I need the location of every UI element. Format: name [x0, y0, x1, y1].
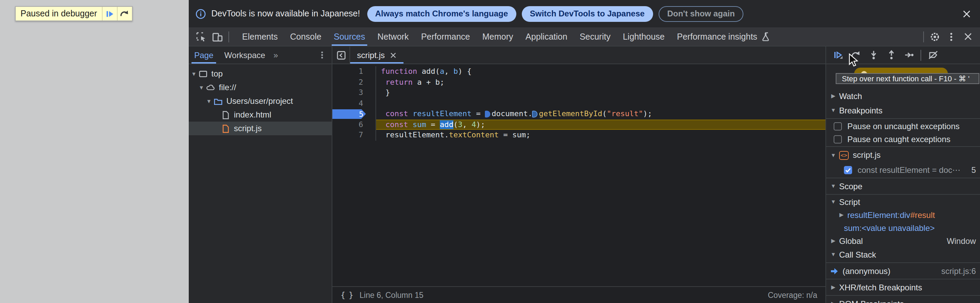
section-breakpoints[interactable]: ▼ Breakpoints: [826, 103, 980, 117]
resume-button[interactable]: [829, 48, 846, 62]
tab-console[interactable]: Console: [284, 27, 328, 46]
section-xhr-breakpoints[interactable]: ▶ XHR/fetch Breakpoints: [826, 280, 980, 295]
tab-performance[interactable]: Performance: [415, 27, 476, 46]
code-token: return: [385, 78, 413, 86]
banner-resume-button[interactable]: [102, 7, 117, 21]
scope-var-sum[interactable]: sum: <value unavailable>: [826, 221, 980, 234]
switch-to-japanese-button[interactable]: Switch DevTools to Japanese: [522, 6, 653, 22]
tab-lighthouse[interactable]: Lighthouse: [617, 27, 671, 46]
scope-global-group[interactable]: ▶ Global Window: [826, 234, 980, 247]
code-editor[interactable]: 1function add(a, b) {2 return a + b;3 }4…: [332, 64, 826, 286]
tab-sources[interactable]: Sources: [328, 27, 371, 46]
step-into-icon: [868, 50, 878, 60]
section-dom-breakpoints[interactable]: ▶ DOM Breakpoints: [826, 297, 980, 303]
tab-page[interactable]: Page: [189, 46, 219, 63]
resume-icon: [833, 50, 843, 60]
tab-application[interactable]: Application: [519, 27, 573, 46]
pause-uncaught-checkbox[interactable]: [834, 122, 842, 130]
tab-workspace[interactable]: Workspace: [219, 46, 271, 63]
xhr-breakpoints-label: XHR/fetch Breakpoints: [839, 282, 922, 292]
chevron-down-icon[interactable]: ▼: [206, 98, 212, 104]
code-line-7[interactable]: 7 resultElement.textContent = sum;: [332, 130, 826, 140]
tree-item-index-html[interactable]: index.html: [189, 108, 332, 122]
breakpoint-entry[interactable]: const resultElement = doc⋯ 5: [826, 163, 980, 177]
section-call-stack[interactable]: ▼ Call Stack: [826, 247, 980, 262]
inspect-icon: [196, 31, 207, 42]
more-options-button[interactable]: [943, 29, 959, 44]
tab-label: Elements: [242, 32, 278, 41]
line-number-5[interactable]: 5: [332, 109, 376, 119]
line-number-4[interactable]: 4: [332, 98, 376, 109]
navigator-menu-button[interactable]: [313, 46, 332, 63]
code-token: );: [476, 120, 485, 129]
code-line-4[interactable]: 4: [332, 98, 826, 109]
toggle-navigator-button[interactable]: [332, 46, 350, 63]
scope-script-group[interactable]: ▼ Script: [826, 195, 980, 208]
more-tabs-button[interactable]: »: [271, 46, 281, 63]
tree-item-users-user-project[interactable]: ▼Users/user/project: [189, 94, 332, 108]
step-button[interactable]: [900, 48, 918, 62]
divider: [826, 118, 980, 119]
step-over-icon: [120, 9, 130, 18]
code-token: (: [602, 109, 606, 118]
line-number-1[interactable]: 1: [332, 66, 376, 77]
step-out-button[interactable]: [882, 48, 900, 62]
infobar-close-button[interactable]: [959, 7, 973, 21]
code-text: return a + b;: [376, 77, 826, 87]
code-line-3[interactable]: 3 }: [332, 87, 826, 98]
dont-show-again-button[interactable]: Don't show again: [658, 6, 744, 22]
tab-memory[interactable]: Memory: [476, 27, 519, 46]
code-token: function: [381, 67, 417, 76]
settings-button[interactable]: [927, 29, 943, 44]
line-number-3[interactable]: 3: [332, 87, 376, 98]
call-stack-frame[interactable]: (anonymous) script.js:6: [826, 264, 980, 278]
pause-uncaught-row[interactable]: Pause on uncaught exceptions: [826, 119, 980, 133]
breakpoint-line-number: 5: [972, 165, 976, 175]
pause-caught-row[interactable]: Pause on caught exceptions: [826, 133, 980, 146]
check-icon: [845, 167, 851, 173]
code-line-2[interactable]: 2 return a + b;: [332, 77, 826, 87]
continue-to-here-icon[interactable]: [485, 110, 491, 117]
editor-tab-scriptjs[interactable]: script.js: [350, 46, 403, 63]
banner-step-over-button[interactable]: [117, 7, 132, 21]
continue-to-here-icon[interactable]: [532, 110, 538, 117]
close-icon[interactable]: [390, 52, 396, 59]
devtools-close-button[interactable]: [959, 29, 976, 44]
chevron-down-icon[interactable]: ▼: [198, 84, 204, 90]
section-scope[interactable]: ▼ Scope: [826, 179, 980, 194]
section-watch[interactable]: ▶ Watch: [826, 89, 980, 103]
tab-security[interactable]: Security: [573, 27, 617, 46]
step-into-button[interactable]: [864, 48, 882, 62]
breakpoint-checkbox[interactable]: [844, 166, 852, 174]
divider: [826, 295, 980, 296]
divider: [826, 279, 980, 279]
scope-var-resultelement[interactable]: ▶ resultElement: div#result: [826, 208, 980, 221]
code-token: 3: [458, 120, 462, 129]
kebab-menu-icon: [947, 32, 956, 41]
code-line-6[interactable]: 6 const sum = add(3, 4);: [332, 119, 826, 130]
tree-item-script-js[interactable]: script.js: [189, 122, 332, 135]
code-line-1[interactable]: 1function add(a, b) {: [332, 66, 826, 77]
breakpoint-marker[interactable]: 5: [332, 109, 366, 119]
pause-caught-checkbox[interactable]: [834, 135, 842, 143]
deactivate-breakpoints-button[interactable]: [924, 48, 942, 62]
always-match-language-button[interactable]: Always match Chrome's language: [367, 6, 516, 22]
code-token: sum: [413, 120, 426, 129]
inspect-element-button[interactable]: [193, 29, 209, 44]
line-number-6[interactable]: 6: [332, 119, 376, 130]
tab-performance-insights[interactable]: Performance insights: [671, 27, 777, 46]
tab-elements[interactable]: Elements: [236, 27, 284, 46]
chevron-down-icon[interactable]: ▼: [191, 71, 197, 77]
code-token: =: [471, 109, 485, 118]
chevron-right-icon: ▶: [830, 238, 836, 244]
format-icon[interactable]: { }: [340, 290, 353, 300]
device-toolbar-button[interactable]: [209, 29, 226, 44]
breakpoint-file-group[interactable]: ▼ <> script.js: [826, 148, 980, 163]
line-number-2[interactable]: 2: [332, 77, 376, 87]
tree-item-file-[interactable]: ▼file://: [189, 81, 332, 94]
tab-network[interactable]: Network: [371, 27, 415, 46]
code-line-5[interactable]: 5 const resultElement = document.getElem…: [332, 109, 826, 119]
sources-workspace: Page Workspace » ▼top▼file://▼Users/user…: [189, 46, 980, 303]
line-number-7[interactable]: 7: [332, 130, 376, 140]
tree-item-top[interactable]: ▼top: [189, 67, 332, 81]
